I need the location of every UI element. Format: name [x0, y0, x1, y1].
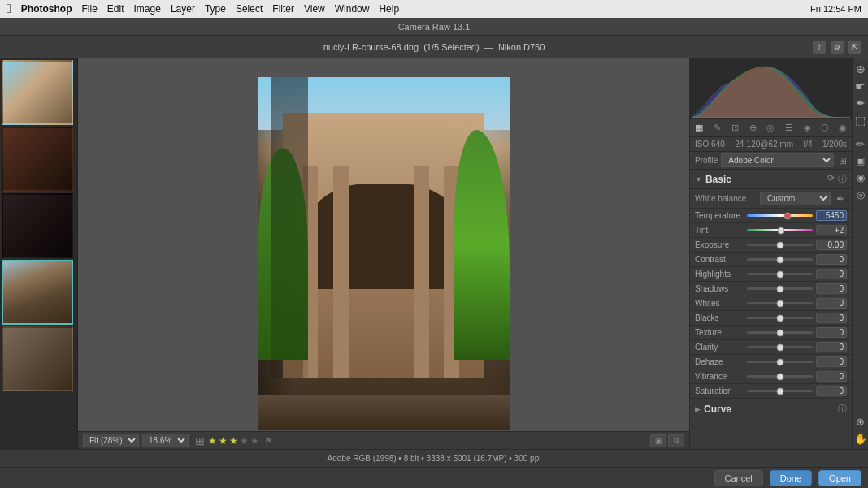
redeye-tool-icon[interactable]: ◎ — [853, 188, 868, 202]
help-menu[interactable]: Help — [379, 3, 399, 15]
exposure-slider[interactable] — [747, 244, 813, 246]
shadows-value[interactable] — [816, 283, 847, 294]
whites-value[interactable] — [816, 298, 847, 309]
single-view-button[interactable]: ▣ — [650, 434, 666, 447]
redeye-panel-icon[interactable]: ◎ — [763, 121, 778, 136]
window-menu[interactable]: Window — [335, 3, 370, 15]
crop-tool-icon[interactable]: ⬚ — [853, 113, 868, 127]
eyedropper-tool-icon[interactable]: ✒ — [853, 96, 868, 110]
highlights-value[interactable] — [816, 269, 847, 279]
settings-icon[interactable]: ⚙ — [831, 41, 844, 54]
shadows-thumb[interactable] — [776, 285, 783, 292]
hand-pan-icon[interactable]: ✋ — [853, 431, 868, 446]
filmstrip-thumb-4[interactable] — [2, 260, 73, 325]
type-menu[interactable]: Type — [205, 3, 226, 15]
basic-section-header[interactable]: ▼ Basic ⟳ ⓘ — [690, 170, 852, 189]
texture-thumb[interactable] — [776, 329, 783, 336]
curve-section-header[interactable]: ▶ Curve ⓘ — [690, 399, 852, 418]
profile-select[interactable]: Adobe Color — [721, 153, 834, 167]
fullscreen-icon[interactable]: ⇱ — [848, 41, 861, 54]
vibrance-slider[interactable] — [747, 375, 813, 378]
open-button[interactable]: Open — [818, 470, 861, 486]
star-5[interactable]: ★ — [250, 435, 259, 447]
clarity-value[interactable] — [816, 342, 847, 352]
highlights-thumb[interactable] — [776, 270, 783, 278]
zoom-percent-select[interactable]: 18.6% — [142, 434, 189, 447]
tint-thumb[interactable] — [778, 227, 785, 234]
image-menu[interactable]: Image — [134, 3, 161, 15]
exposure-value[interactable] — [816, 240, 847, 250]
vibrance-value[interactable] — [816, 371, 847, 382]
zoom-in-tool-icon[interactable]: ⊕ — [853, 414, 868, 429]
star-1[interactable]: ★ — [208, 435, 217, 447]
photoshop-menu[interactable]: Photoshop — [21, 3, 72, 15]
geometry-panel-icon[interactable]: ⬡ — [818, 121, 832, 136]
vibrance-thumb[interactable] — [776, 373, 783, 380]
select-tool-icon[interactable]: ◉ — [853, 171, 868, 185]
contrast-slider[interactable] — [747, 258, 813, 261]
presets-panel-icon[interactable]: ☰ — [782, 121, 796, 136]
share-icon[interactable]: ⇧ — [813, 41, 826, 54]
star-4[interactable]: ★ — [240, 435, 249, 447]
highlights-slider[interactable] — [747, 273, 813, 275]
star-3[interactable]: ★ — [229, 435, 238, 447]
filmstrip-thumb-1[interactable] — [2, 60, 73, 125]
eyedropper-icon[interactable]: ✒ — [834, 192, 847, 205]
tint-slider[interactable] — [747, 229, 813, 231]
star-rating[interactable]: ★ ★ ★ ★ ★ ⚑ — [208, 435, 273, 447]
healing-panel-icon[interactable]: ⊕ — [745, 121, 760, 136]
basic-info-icon[interactable]: ⓘ — [838, 173, 847, 185]
exposure-thumb[interactable] — [776, 241, 783, 248]
blacks-slider[interactable] — [747, 317, 813, 319]
flag-icon[interactable]: ⚑ — [264, 435, 273, 447]
saturation-thumb[interactable] — [776, 387, 783, 395]
temperature-thumb[interactable] — [784, 212, 792, 219]
histogram-panel-icon[interactable]: ▦ — [692, 121, 706, 136]
dehaze-slider[interactable] — [747, 361, 813, 363]
fit-zoom-select[interactable]: Fit (28%) — [83, 434, 139, 447]
optics-panel-icon[interactable]: ◈ — [800, 121, 814, 136]
filmstrip-thumb-3[interactable] — [2, 193, 73, 258]
hand-tool-icon[interactable]: ☛ — [853, 79, 868, 93]
filter-menu[interactable]: Filter — [272, 3, 294, 15]
contrast-thumb[interactable] — [776, 256, 783, 263]
file-menu[interactable]: File — [82, 3, 98, 15]
whites-slider[interactable] — [747, 302, 813, 304]
layer-menu[interactable]: Layer — [171, 3, 195, 15]
crop-panel-icon[interactable]: ⊡ — [727, 121, 742, 136]
edit-menu[interactable]: Edit — [107, 3, 124, 15]
texture-slider[interactable] — [747, 331, 813, 334]
done-button[interactable]: Done — [770, 470, 812, 486]
tint-value[interactable] — [816, 225, 847, 235]
select-menu[interactable]: Select — [236, 3, 263, 15]
blacks-thumb[interactable] — [776, 314, 783, 322]
zoom-tool-icon[interactable]: ⊕ — [853, 62, 868, 76]
temperature-value[interactable] — [816, 210, 847, 221]
grid-icon[interactable]: ⊞ — [195, 434, 205, 447]
dehaze-thumb[interactable] — [776, 358, 783, 365]
calibration-panel-icon[interactable]: ◉ — [835, 121, 850, 136]
star-2[interactable]: ★ — [219, 435, 228, 447]
gradient-tool-icon[interactable]: ▣ — [853, 153, 868, 168]
dehaze-value[interactable] — [816, 356, 847, 367]
brush-tool-icon[interactable]: ✏ — [853, 136, 868, 151]
saturation-slider[interactable] — [747, 390, 813, 392]
clarity-slider[interactable] — [747, 346, 813, 348]
basic-auto-icon[interactable]: ⟳ — [827, 173, 835, 185]
cancel-button[interactable]: Cancel — [714, 470, 763, 486]
temperature-slider[interactable] — [747, 214, 813, 217]
texture-value[interactable] — [816, 327, 847, 338]
filmstrip-thumb-2[interactable] — [2, 127, 73, 192]
filmstrip-thumb-5[interactable] — [2, 326, 73, 391]
edit-panel-icon[interactable]: ✎ — [710, 121, 724, 136]
shadows-slider[interactable] — [747, 287, 813, 290]
curve-info-icon[interactable]: ⓘ — [838, 403, 847, 415]
photo-canvas[interactable] — [258, 77, 510, 430]
compare-view-button[interactable]: ⧉ — [668, 434, 684, 447]
blacks-value[interactable] — [816, 313, 847, 323]
wb-select[interactable]: Custom As Shot Auto Daylight — [760, 192, 831, 205]
saturation-value[interactable] — [816, 386, 847, 396]
view-menu[interactable]: View — [304, 3, 325, 15]
clarity-thumb[interactable] — [776, 343, 783, 351]
whites-thumb[interactable] — [776, 300, 783, 307]
